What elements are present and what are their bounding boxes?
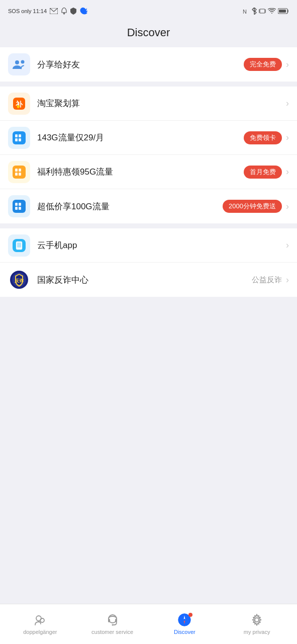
share-friends-chevron: › [286, 59, 289, 70]
wifi-icon [268, 8, 276, 14]
doppelganger-svg [34, 613, 47, 626]
svg-rect-8 [279, 10, 286, 13]
page-title: Discover [127, 26, 170, 39]
taobao-label: 淘宝聚划算 [37, 98, 286, 109]
svg-point-31 [19, 248, 20, 249]
sim3-svg [12, 199, 27, 214]
customer-service-label: customer service [91, 629, 133, 635]
svg-text:反诈: 反诈 [14, 278, 24, 283]
section-share: 分享给好友 完全免费 › [0, 47, 297, 82]
svg-rect-16 [15, 138, 18, 141]
svg-rect-25 [19, 203, 21, 206]
svg-point-40 [112, 624, 113, 625]
discover-dot [188, 613, 192, 617]
sim100g-badge: 2000分钟免费送 [223, 200, 282, 213]
gap-1 [0, 82, 297, 87]
sim95g-label: 福利特惠领95G流量 [37, 166, 244, 178]
share-friends-label: 分享给好友 [37, 59, 244, 70]
svg-rect-19 [15, 169, 18, 172]
sim143g-chevron: › [286, 132, 289, 143]
anti-svg: 反诈 [9, 270, 29, 290]
anti-fraud-sub: 公益反诈 [252, 275, 282, 285]
taobao-svg: 补 [12, 97, 26, 111]
sim143g-badge: 免费领卡 [244, 131, 282, 144]
bird-icon [79, 8, 87, 15]
status-right: N [243, 8, 289, 15]
list-item-taobao[interactable]: 补 淘宝聚划算 › [0, 87, 297, 121]
cloud-phone-chevron: › [286, 240, 289, 251]
svg-rect-4 [260, 9, 265, 13]
gear-svg [250, 613, 263, 626]
nav-item-my-privacy[interactable]: my privacy [221, 604, 293, 644]
sim100g-chevron: › [286, 201, 289, 212]
list-item-anti-fraud[interactable]: 反诈 国家反诈中心 公益反诈 › [0, 263, 297, 297]
svg-rect-27 [19, 207, 21, 210]
sim1-icon [8, 127, 30, 149]
sim3-icon [8, 195, 30, 217]
content: 分享给好友 完全免费 › 补 淘宝聚划算 › [0, 47, 297, 604]
cloud-svg [12, 238, 27, 253]
svg-point-45 [184, 619, 186, 621]
sim2-icon [8, 161, 30, 183]
share-friends-badge: 完全免费 [244, 58, 282, 71]
doppelganger-icon [33, 613, 47, 627]
svg-rect-38 [108, 619, 110, 622]
svg-rect-39 [115, 619, 117, 622]
svg-rect-17 [19, 138, 21, 141]
nav-item-discover[interactable]: Discover [149, 604, 221, 644]
svg-rect-20 [19, 169, 21, 172]
sim95g-badge: 首月免费 [244, 166, 282, 179]
status-bar: SOS only 11:14 N [0, 0, 297, 20]
headset-icon [106, 613, 120, 627]
nav-item-doppelganger[interactable]: doppelgänger [4, 604, 76, 644]
svg-rect-2 [63, 13, 65, 14]
friends-svg [13, 59, 26, 70]
svg-rect-26 [15, 207, 18, 210]
gear-icon [250, 613, 264, 627]
nav-item-customer-service[interactable]: customer service [76, 604, 149, 644]
status-left: SOS only 11:14 [8, 8, 87, 15]
svg-point-10 [21, 60, 25, 64]
svg-rect-14 [15, 134, 18, 137]
svg-rect-21 [15, 173, 18, 176]
vibrate-icon [259, 8, 266, 15]
section-promotions: 补 淘宝聚划算 › 143G流量仅29/月 免费领卡 › [0, 87, 297, 223]
taobao-chevron: › [286, 98, 289, 109]
svg-point-46 [255, 618, 259, 622]
status-sos: SOS only 11:14 [8, 8, 47, 14]
sim2-svg [12, 165, 27, 180]
battery-icon [278, 8, 289, 14]
list-item-143g[interactable]: 143G流量仅29/月 免费领卡 › [0, 121, 297, 155]
nfc-icon: N [243, 8, 250, 15]
shield-icon [70, 8, 76, 15]
svg-rect-23 [13, 200, 26, 213]
gap-2 [0, 223, 297, 228]
svg-rect-15 [19, 134, 21, 137]
list-item-share-friends[interactable]: 分享给好友 完全免费 › [0, 47, 297, 82]
section-apps: 云手机app › 反诈 国家反诈中心 公益反诈 › [0, 228, 297, 297]
list-item-95g[interactable]: 福利特惠领95G流量 首月免费 › [0, 155, 297, 189]
svg-rect-24 [15, 203, 18, 206]
list-item-100g[interactable]: 超低价享100G流量 2000分钟免费送 › [0, 189, 297, 223]
svg-rect-18 [13, 166, 26, 179]
headset-svg [106, 613, 119, 626]
friends-icon [8, 53, 30, 75]
sim100g-label: 超低价享100G流量 [37, 201, 223, 212]
discover-label: Discover [174, 629, 195, 635]
svg-text:N: N [243, 9, 247, 15]
anti-fraud-chevron: › [286, 275, 289, 285]
bluetooth-icon [252, 8, 257, 15]
my-privacy-label: my privacy [244, 629, 270, 635]
anti-fraud-label: 国家反诈中心 [37, 274, 252, 286]
bottom-nav: doppelgänger customer service [0, 604, 297, 644]
svg-point-9 [15, 60, 19, 64]
taobao-icon: 补 [8, 93, 30, 115]
sim95g-chevron: › [286, 167, 289, 177]
mail-icon [50, 8, 58, 14]
cloud-phone-label: 云手机app [37, 239, 286, 251]
svg-rect-30 [17, 243, 21, 248]
anti-icon: 反诈 [8, 269, 30, 291]
page-title-bar: Discover [0, 20, 297, 47]
list-item-cloud-phone[interactable]: 云手机app › [0, 228, 297, 263]
sim1-svg [12, 130, 27, 145]
